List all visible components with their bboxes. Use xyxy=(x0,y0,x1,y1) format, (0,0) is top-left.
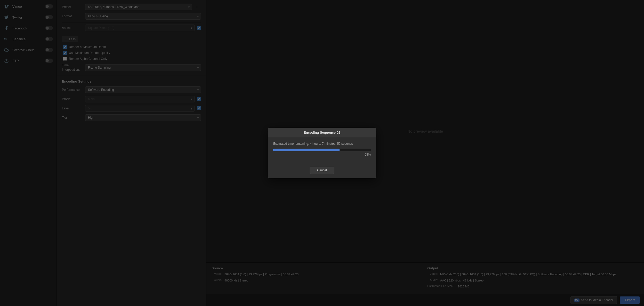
progress-percentage: 68% xyxy=(273,153,371,156)
cancel-encoding-button[interactable]: Cancel xyxy=(310,167,334,174)
modal-title: Encoding Sequence 02 xyxy=(268,128,376,137)
modal-time-remaining: Estimated time remaining: 4 hours, 7 min… xyxy=(273,142,371,146)
modal-body: Estimated time remaining: 4 hours, 7 min… xyxy=(268,137,376,165)
encoding-modal: Encoding Sequence 02 Estimated time rema… xyxy=(268,128,376,178)
progress-bar-background xyxy=(273,149,371,151)
progress-bar-fill xyxy=(273,149,340,151)
modal-footer: Cancel xyxy=(268,165,376,178)
modal-overlay: Encoding Sequence 02 Estimated time rema… xyxy=(0,0,644,306)
